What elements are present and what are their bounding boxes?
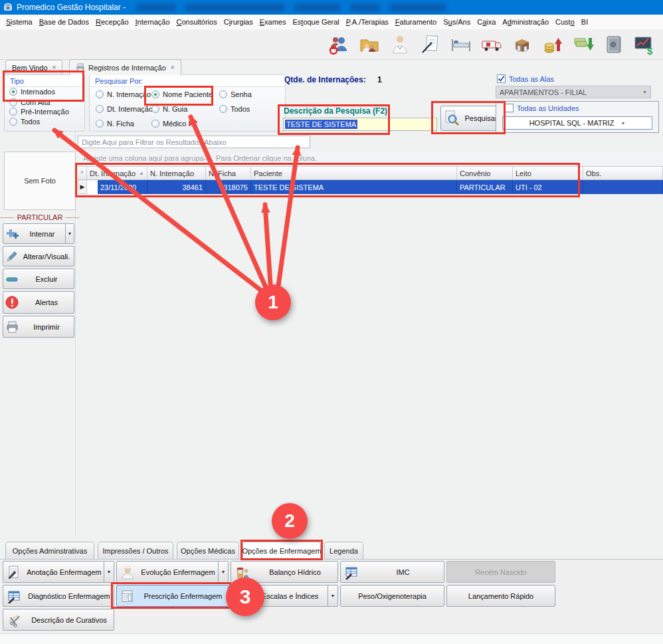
col-dt-internacao[interactable]: Dt. Internação▲ xyxy=(87,166,147,180)
table-row[interactable]: ▶ 23/11/2020 38461 318075 TESTE DE SISTE… xyxy=(78,180,663,194)
window-title: Promedico Gestão Hospitalar - xyxy=(17,3,126,12)
alterar-visualizar-button[interactable]: Alterar/Visuali. xyxy=(3,246,74,267)
sync-users-icon[interactable] xyxy=(326,31,352,58)
prescricao-enfermagem-button[interactable]: Prescrição Enfermagem xyxy=(116,585,229,607)
imprimir-button[interactable]: Imprimir xyxy=(3,316,74,338)
menu-faturamento[interactable]: Faturamento xyxy=(392,16,440,28)
chevron-down-icon: ▼ xyxy=(620,121,625,126)
menu-caixa[interactable]: Caixa xyxy=(474,16,499,28)
supplies-box-icon[interactable] xyxy=(509,31,535,58)
alert-icon xyxy=(3,295,21,310)
tab-opcoes-enfermagem[interactable]: Opções de Enfermagem xyxy=(242,542,321,560)
alertas-button[interactable]: Alertas xyxy=(3,291,74,314)
descricao-label: Descrição da Pesquisa (F2) xyxy=(284,106,387,116)
anotacao-enfermagem-button[interactable]: Anotação Enfermagem ▼ xyxy=(3,561,114,583)
tab-opcoes-administrativas[interactable]: Opções Adminstrativas xyxy=(5,542,94,559)
excluir-button[interactable]: Excluir xyxy=(3,268,74,289)
radio-dt-internacao[interactable]: Dt. Internação xyxy=(96,105,153,113)
search-icon xyxy=(444,110,460,127)
menu-custo[interactable]: Custo xyxy=(552,16,578,28)
imc-button[interactable]: IMC xyxy=(340,561,444,583)
filter-input[interactable]: Digite Aqui para Filtrar os Resultados A… xyxy=(78,136,310,148)
col-convenio[interactable]: Convênio xyxy=(457,166,513,180)
radio-n-ficha[interactable]: N. Ficha xyxy=(96,120,134,128)
ambulance-icon[interactable] xyxy=(478,31,505,58)
menu-sus-ans[interactable]: Sus/Ans xyxy=(440,16,474,28)
revenue-up-icon[interactable] xyxy=(539,31,566,58)
escalas-indices-button[interactable]: Escalas e Índices ▼ xyxy=(231,585,338,607)
menu-administracao[interactable]: Administração xyxy=(499,16,552,28)
bottom-strip xyxy=(0,633,663,644)
titlebar: Promedico Gestão Hospitalar - xyxy=(0,0,663,15)
radio-todos-pesquisa[interactable]: Todos xyxy=(219,105,250,113)
close-icon[interactable]: × xyxy=(171,64,175,71)
menu-exames[interactable]: Exames xyxy=(256,16,290,28)
anotacao-dropdown[interactable]: ▼ xyxy=(104,562,114,582)
admit-plus-icon xyxy=(3,227,21,241)
alas-select[interactable]: APARTAMENTOS - FILIAL▼ xyxy=(496,86,651,98)
menu-recepcao[interactable]: Recepção xyxy=(92,16,132,28)
radio-pre-internacao[interactable]: Pré-Internação xyxy=(9,108,69,116)
peso-oxigenoterapia-button[interactable]: Peso/Oxigenoterapia xyxy=(340,585,444,607)
tab-impressoes-outros[interactable]: Impressões / Outros xyxy=(98,542,173,559)
app-icon xyxy=(3,3,13,12)
tab-bem-vindo[interactable]: Bem Vindo × xyxy=(5,60,62,74)
col-n-ficha[interactable]: N. Ficha xyxy=(206,166,251,180)
menu-pa-terapias[interactable]: P.A./Terapias xyxy=(343,16,392,28)
tipo-title: Tipo xyxy=(5,75,84,87)
radio-senha[interactable]: Senha xyxy=(219,90,252,98)
diagnostico-enfermagem-button[interactable]: Diagnóstico Enfermagem xyxy=(3,585,114,607)
menu-bi[interactable]: BI xyxy=(578,16,591,28)
menu-consultorios[interactable]: Consultórios xyxy=(173,16,221,28)
internar-dropdown[interactable]: ▼ xyxy=(65,224,74,243)
evolucao-enfermagem-button[interactable]: Evolução Enfermagem ▼ xyxy=(116,561,229,583)
balanco-hidrico-button[interactable]: Balanço Hídrico xyxy=(231,561,338,583)
lancamento-rapido-button[interactable]: Lançamento Rápido xyxy=(446,585,555,607)
table-header-row: * Dt. Internação▲ N. Internação N. Ficha… xyxy=(78,166,663,180)
cell-convenio: PARTICULAR xyxy=(457,180,513,194)
todas-as-unidades-checkbox[interactable]: Todas as Unidades xyxy=(505,104,579,112)
radio-n-guia[interactable]: N. Guia xyxy=(151,105,187,113)
col-n-internacao[interactable]: N. Internação xyxy=(147,166,206,180)
col-paciente[interactable]: Paciente xyxy=(251,166,457,180)
menu-internacao[interactable]: Internação xyxy=(132,16,173,28)
app-window: Promedico Gestão Hospitalar - Sistema Ba… xyxy=(0,0,663,644)
chevron-down-icon: ▼ xyxy=(642,90,647,94)
todas-as-alas-checkbox[interactable]: Todas as Alas xyxy=(497,74,554,83)
pesquisar-button[interactable]: Pesquisar xyxy=(440,106,500,131)
radio-todos-tipo[interactable]: Todos xyxy=(9,118,40,126)
radio-internados[interactable]: Internados xyxy=(9,88,55,96)
menu-estoque-geral[interactable]: Estoque Geral xyxy=(289,16,342,28)
radio-com-alta[interactable]: Com Alta xyxy=(9,98,50,106)
menu-cirurgias[interactable]: Cirurgias xyxy=(221,16,256,28)
internar-button[interactable]: Internar ▼ xyxy=(3,223,74,244)
menu-sistema[interactable]: Sistema xyxy=(3,16,36,28)
radio-medico-r[interactable]: Médico R. xyxy=(151,120,196,128)
expenses-down-icon[interactable] xyxy=(570,31,597,58)
unidades-select[interactable]: HOSPITAL SQL - MATRIZ▼ xyxy=(502,116,652,130)
finance-chart-icon[interactable]: $ xyxy=(631,31,658,58)
annotation-step-2: 2 xyxy=(272,503,308,539)
safe-icon[interactable] xyxy=(601,31,627,58)
recem-nascido-button: Recém Nascido xyxy=(446,561,555,583)
radio-n-internacao[interactable]: N. Internação xyxy=(96,90,151,98)
table-pen-icon xyxy=(3,589,25,603)
evolucao-dropdown[interactable]: ▼ xyxy=(218,562,228,582)
contract-icon[interactable] xyxy=(417,31,444,58)
tab-legenda[interactable]: Legenda xyxy=(324,542,363,559)
bandage-scissors-icon xyxy=(3,613,25,627)
descricao-input[interactable]: TESTE DE SISTEMA xyxy=(283,118,437,131)
escalas-dropdown[interactable]: ▼ xyxy=(328,586,337,606)
close-icon[interactable]: × xyxy=(52,64,56,71)
col-obs[interactable]: Obs. xyxy=(583,166,663,180)
descricao-curativos-button[interactable]: Descrição de Curativos xyxy=(3,609,114,631)
col-leito[interactable]: Leito xyxy=(513,166,583,180)
tab-registros-internacao[interactable]: Registros de Internação × xyxy=(69,59,181,75)
hospital-bed-icon[interactable] xyxy=(448,31,474,58)
doctor-icon[interactable] xyxy=(387,31,413,58)
radio-nome-paciente[interactable]: Nome Paciente xyxy=(151,90,213,98)
tab-opcoes-medicas[interactable]: Opções Médicas xyxy=(177,542,239,559)
column-chooser-icon[interactable]: * xyxy=(78,166,87,180)
menu-base-de-dados[interactable]: Base de Dados xyxy=(36,16,92,28)
patient-records-icon[interactable] xyxy=(356,31,383,58)
